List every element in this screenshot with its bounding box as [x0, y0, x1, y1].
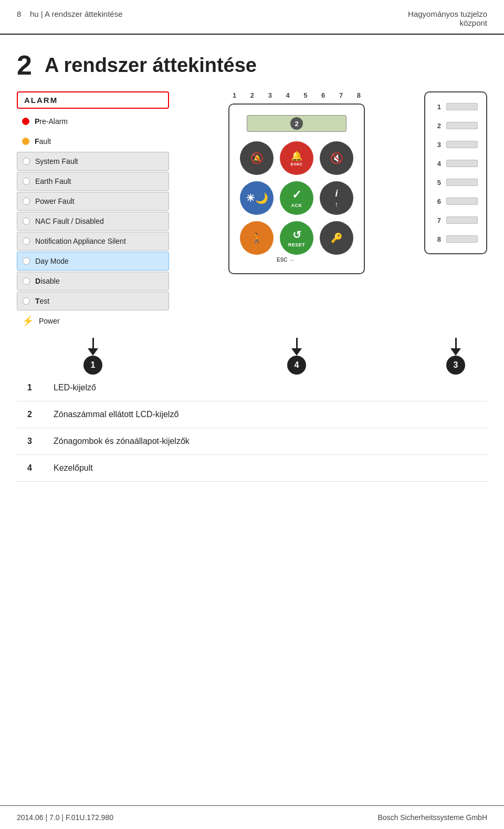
footer-left: 2014.06 | 7.0 | F.01U.172.980 — [17, 813, 113, 822]
zone-led-3 — [446, 141, 478, 148]
led-dot-earth-fault — [23, 178, 30, 185]
btn-reset[interactable]: ↺ RESET — [280, 221, 313, 255]
btn-info[interactable]: i ↑ — [320, 181, 353, 215]
zone-led-6 — [446, 198, 478, 205]
legend-text-4: Kezelőpult — [43, 455, 487, 482]
led-item-power-fault: Power Fault — [17, 192, 169, 211]
led-item-day-mode: Day Mode — [17, 252, 169, 271]
info-icon: i — [335, 188, 338, 199]
zone-led-5 — [446, 179, 478, 186]
zone-indicator-6: 6 — [434, 193, 478, 209]
led-label-nac-fault: NAC Fault / Disabled — [35, 217, 104, 225]
panels-row: ALARM Pre-Alarm Fault System Fault — [17, 91, 487, 330]
btn-day-night[interactable]: ☀🌙 — [240, 181, 274, 215]
page-header: 8 hu | A rendszer áttekintése Hagyományo… — [0, 0, 504, 35]
led-label-fault: Fault — [35, 137, 51, 146]
led-dot-notification-silent — [23, 237, 30, 245]
led-label-day-mode: Day Mode — [35, 257, 69, 265]
arrow-4-tip — [291, 348, 302, 356]
header-right: Hagyományos tuzjelzo központ — [408, 9, 487, 27]
zone-num-label-8: 8 — [434, 235, 441, 243]
header-breadcrumb: hu | A rendszer áttekintése — [30, 9, 123, 18]
lcd-number: 2 — [290, 117, 303, 130]
led-dot-disable — [23, 277, 30, 285]
sun-moon-icon: ☀🌙 — [246, 192, 268, 204]
mute-icon: 🔇 — [330, 152, 343, 164]
arrow-col-4: 4 — [177, 338, 416, 375]
led-label-notification-silent: Notification Appliance Silent — [35, 237, 126, 245]
led-item-fault: Fault — [17, 132, 169, 151]
check-icon: ✓ — [292, 188, 301, 202]
led-dot-test — [23, 297, 30, 305]
zone-led-2 — [446, 122, 478, 129]
btn-walk[interactable]: 🚶 — [240, 221, 274, 255]
btn-mute[interactable]: 🔇 — [320, 141, 353, 175]
arrow-col-3: 3 — [424, 338, 487, 375]
legend-num-1: 1 — [17, 375, 43, 401]
legend-table: 1 LED-kijelző 2 Zónaszámmal ellátott LCD… — [17, 375, 487, 482]
zone-num-label-5: 5 — [434, 179, 441, 186]
zone-led-1 — [446, 103, 478, 110]
reset-icon: ↺ — [292, 229, 301, 241]
footer-right: Bosch Sicherheitssysteme GmbH — [377, 813, 487, 822]
up-arrow-icon: ↑ — [335, 200, 339, 209]
led-dot-fault — [22, 138, 29, 145]
zone-led-4 — [446, 160, 478, 167]
arrow-1-tip — [88, 348, 98, 356]
arrow-4: 4 — [287, 338, 306, 375]
led-item-earth-fault: Earth Fault — [17, 172, 169, 191]
power-icon: ⚡ — [22, 315, 34, 327]
led-dot-power-fault — [23, 198, 30, 205]
legend-num-2: 2 — [17, 401, 43, 428]
zone-led-8 — [446, 235, 478, 243]
arrow-3-tip — [450, 348, 461, 356]
arrow-3-circle: 3 — [446, 356, 465, 375]
zone-num-label-7: 7 — [434, 216, 441, 224]
zone-indicator-3: 3 — [434, 137, 478, 152]
led-dot-day-mode — [23, 257, 30, 265]
btn-ack[interactable]: ✓ ACK — [280, 181, 313, 215]
led-item-nac-fault: NAC Fault / Disabled — [17, 212, 169, 231]
zone-num-2: 2 — [250, 91, 254, 99]
zone-indicator-2: 2 — [434, 118, 478, 133]
bell-icon: 🔔 — [291, 150, 302, 162]
btn-slash-bell[interactable]: 🔕 — [240, 141, 274, 175]
header-title-line2: központ — [408, 18, 487, 27]
legend-row-2: 2 Zónaszámmal ellátott LCD-kijelző — [17, 401, 487, 428]
legend-row-3: 3 Zónagombok és zónaállapot-kijelzők — [17, 428, 487, 455]
arrow-1-circle: 1 — [83, 356, 102, 375]
led-item-notification-silent: Notification Appliance Silent — [17, 232, 169, 251]
zone-indicator-4: 4 — [434, 156, 478, 171]
btn-key[interactable]: 🔑 — [320, 221, 353, 255]
lcd-display: 2 — [247, 115, 346, 132]
led-label-power-fault: Power Fault — [35, 197, 75, 205]
legend-text-2: Zónaszámmal ellátott LCD-kijelző — [43, 401, 487, 428]
page-title-area: 2 A rendszer áttekintése — [0, 35, 504, 91]
led-label-earth-fault: Earth Fault — [35, 177, 71, 185]
walk-icon: 🚶 — [251, 232, 262, 244]
reset-label: RESET — [288, 242, 306, 247]
led-label-test: Test — [35, 297, 49, 305]
led-dot-pre-alarm — [22, 118, 29, 125]
zone-num-6: 6 — [321, 91, 325, 99]
arrow-1-stem — [92, 338, 94, 348]
alarm-header: ALARM — [17, 91, 169, 109]
arrow-3-label: 3 — [454, 360, 458, 370]
led-item-power: ⚡ Power — [17, 312, 169, 330]
arrow-4-circle: 4 — [287, 356, 306, 375]
header-title-line1: Hagyományos tuzjelzo — [408, 9, 487, 18]
esc-area: ESC ← — [277, 257, 295, 263]
zone-panel: 1 2 3 4 5 — [424, 91, 487, 254]
control-unit: 2 🔕 🔔 EVAC 🔇 — [228, 103, 365, 274]
arrows-row: 1 4 3 — [17, 338, 487, 375]
led-label-pre-alarm: Pre-Alarm — [35, 117, 68, 126]
buttons-grid: 🔕 🔔 EVAC 🔇 ☀🌙 — [240, 141, 353, 255]
arrow-4-stem — [296, 338, 298, 348]
key-icon: 🔑 — [331, 232, 342, 244]
led-dot-nac-fault — [23, 217, 30, 225]
legend-row-4: 4 Kezelőpult — [17, 455, 487, 482]
led-item-test: Test — [17, 292, 169, 310]
led-item-system-fault: System Fault — [17, 152, 169, 171]
btn-evac[interactable]: 🔔 EVAC — [280, 141, 313, 175]
arrow-3-stem — [455, 338, 457, 348]
